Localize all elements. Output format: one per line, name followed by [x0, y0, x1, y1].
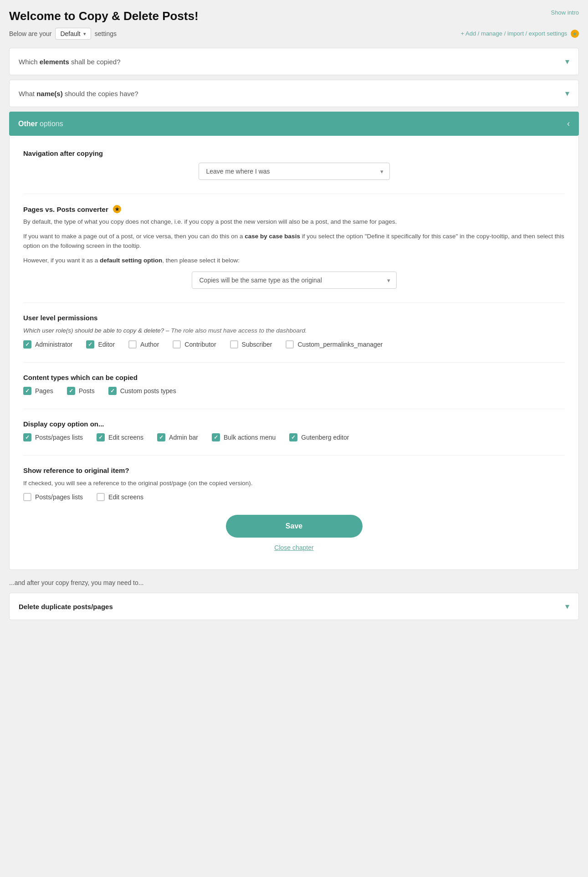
pages-posts-para3: However, if you want it as a default set… — [23, 256, 565, 266]
user-permissions-subtitle: Which user role(s) should be able to cop… — [23, 327, 565, 334]
divider-1 — [23, 194, 565, 194]
checkbox-custom-posts-box — [108, 387, 117, 395]
what-names-chevron-icon: ▾ — [565, 88, 569, 98]
which-elements-chevron-icon: ▾ — [565, 56, 569, 67]
pages-posts-select-container: Copies will be the same type as the orig… — [192, 272, 397, 289]
show-reference-title: Show reference to original item? — [23, 467, 565, 474]
user-permissions-checkboxes: Administrator Editor Author Contributor — [23, 340, 565, 349]
checkbox-bulk-actions-box — [212, 433, 220, 441]
checkbox-posts-box — [67, 387, 75, 395]
delete-duplicate-header[interactable]: Delete duplicate posts/pages ▾ — [10, 593, 578, 620]
checkbox-bulk-actions[interactable]: Bulk actions menu — [212, 433, 276, 441]
checkbox-custom-permalinks[interactable]: Custom_permalinks_manager — [286, 340, 383, 349]
navigation-select[interactable]: Leave me where I was Go to the new copy … — [199, 163, 390, 180]
checkbox-ref-edit-screens-label: Edit screens — [108, 493, 143, 501]
page-title: Welcome to Copy & Delete Posts! — [9, 9, 199, 23]
checkbox-subscriber-label: Subscriber — [242, 341, 272, 348]
manage-link-text: + Add / manage / import / export setting… — [461, 30, 568, 37]
other-options-title: Other options — [18, 120, 63, 128]
checkbox-pages-box — [23, 387, 31, 395]
checkbox-subscriber-box — [230, 340, 238, 349]
checkbox-bulk-actions-label: Bulk actions menu — [224, 434, 276, 441]
other-options-toggle[interactable]: Other options ‹ — [9, 112, 579, 136]
which-elements-header[interactable]: Which elements shall be copied? ▾ — [10, 48, 578, 75]
checkbox-custom-posts-label: Custom posts types — [120, 387, 176, 395]
display-copy-checkboxes: Posts/pages lists Edit screens Admin bar… — [23, 433, 565, 441]
manage-settings-link[interactable]: + Add / manage / import / export setting… — [461, 30, 579, 38]
checkbox-edit-screens[interactable]: Edit screens — [97, 433, 143, 441]
checkbox-admin-bar-label: Admin bar — [169, 434, 198, 441]
settings-dropdown[interactable]: Default ▾ — [55, 28, 91, 40]
content-types-checkboxes: Pages Posts Custom posts types — [23, 387, 565, 395]
close-chapter-link[interactable]: Close chapter — [23, 544, 565, 551]
other-options-section: Other options ‹ Navigation after copying… — [9, 112, 579, 570]
pages-posts-section: Pages vs. Posts converter ★ By default, … — [23, 205, 565, 289]
checkbox-custom-permalinks-label: Custom_permalinks_manager — [297, 341, 383, 348]
which-elements-text: Which elements shall be copied? — [19, 58, 120, 66]
user-permissions-italic: The role also must have access to the da… — [171, 327, 307, 334]
navigation-section: Navigation after copying Leave me where … — [23, 149, 565, 180]
other-bold: Other — [18, 120, 38, 128]
below-label: Below are your — [9, 30, 51, 37]
user-permissions-section: User level permissions Which user role(s… — [23, 314, 565, 349]
checkbox-posts-label: Posts — [79, 387, 95, 395]
checkbox-subscriber[interactable]: Subscriber — [230, 340, 272, 349]
user-permissions-title: User level permissions — [23, 314, 565, 322]
checkbox-custom-permalinks-box — [286, 340, 294, 349]
pages-posts-select[interactable]: Copies will be the same type as the orig… — [192, 272, 397, 289]
navigation-select-wrapper: Leave me where I was Go to the new copy … — [23, 163, 565, 180]
checkbox-gutenberg-label: Gutenberg editor — [301, 434, 349, 441]
checkbox-posts-pages-lists-box — [23, 433, 31, 441]
checkbox-editor-label: Editor — [98, 341, 115, 348]
divider-2 — [23, 303, 565, 303]
settings-label: settings — [95, 30, 117, 37]
footer-text: ...and after your copy frenzy, you may n… — [9, 579, 579, 586]
pages-posts-title-text: Pages vs. Posts converter — [23, 205, 108, 213]
checkbox-ref-posts-pages-lists-label: Posts/pages lists — [35, 493, 83, 501]
show-reference-section: Show reference to original item? If chec… — [23, 467, 565, 501]
navigation-select-container: Leave me where I was Go to the new copy … — [199, 163, 390, 180]
checkbox-contributor[interactable]: Contributor — [173, 340, 216, 349]
checkbox-pages[interactable]: Pages — [23, 387, 53, 395]
checkbox-ref-edit-screens[interactable]: Edit screens — [97, 493, 143, 501]
show-intro-link[interactable]: Show intro — [551, 9, 579, 16]
checkbox-posts[interactable]: Posts — [67, 387, 95, 395]
pages-posts-para2: If you want to make a page out of a post… — [23, 231, 565, 251]
what-names-text: What name(s) should the copies have? — [19, 90, 138, 97]
checkbox-custom-posts[interactable]: Custom posts types — [108, 387, 176, 395]
divider-5 — [23, 455, 565, 456]
other-options-header-bar: Other options ‹ — [9, 112, 579, 136]
pages-posts-title: Pages vs. Posts converter ★ — [23, 205, 565, 213]
checkbox-author-label: Author — [140, 341, 159, 348]
content-types-title: Content types which can be copied — [23, 374, 565, 381]
checkbox-posts-pages-lists-label: Posts/pages lists — [35, 434, 83, 441]
display-copy-title: Display copy option on... — [23, 420, 565, 428]
what-names-header[interactable]: What name(s) should the copies have? ▾ — [10, 80, 578, 107]
checkbox-editor-box — [86, 340, 94, 349]
checkbox-administrator-box — [23, 340, 31, 349]
checkbox-ref-posts-pages-lists[interactable]: Posts/pages lists — [23, 493, 83, 501]
show-reference-checkboxes: Posts/pages lists Edit screens — [23, 493, 565, 501]
pages-posts-para1: By default, the type of what you copy do… — [23, 217, 565, 227]
checkbox-editor[interactable]: Editor — [86, 340, 115, 349]
checkbox-gutenberg-box — [289, 433, 297, 441]
footer-section: ...and after your copy frenzy, you may n… — [9, 570, 579, 625]
options-light: options — [38, 120, 63, 128]
checkbox-admin-bar[interactable]: Admin bar — [157, 433, 198, 441]
delete-duplicate-accordion: Delete duplicate posts/pages ▾ — [9, 593, 579, 620]
what-names-accordion: What name(s) should the copies have? ▾ — [9, 80, 579, 107]
dropdown-label: Default — [60, 30, 80, 37]
show-reference-subtitle: If checked, you will see a reference to … — [23, 480, 565, 487]
checkbox-administrator[interactable]: Administrator — [23, 340, 72, 349]
save-button[interactable]: Save — [226, 515, 363, 538]
checkbox-author[interactable]: Author — [128, 340, 159, 349]
other-options-content: Navigation after copying Leave me where … — [9, 136, 579, 570]
gold-crown-icon: ★ — [571, 30, 579, 38]
navigation-title: Navigation after copying — [23, 149, 565, 157]
checkbox-posts-pages-lists[interactable]: Posts/pages lists — [23, 433, 83, 441]
pages-posts-gold-icon: ★ — [113, 205, 121, 213]
checkbox-edit-screens-box — [97, 433, 105, 441]
chevron-down-icon: ▾ — [83, 31, 86, 37]
checkbox-gutenberg[interactable]: Gutenberg editor — [289, 433, 349, 441]
content-types-section: Content types which can be copied Pages … — [23, 374, 565, 395]
